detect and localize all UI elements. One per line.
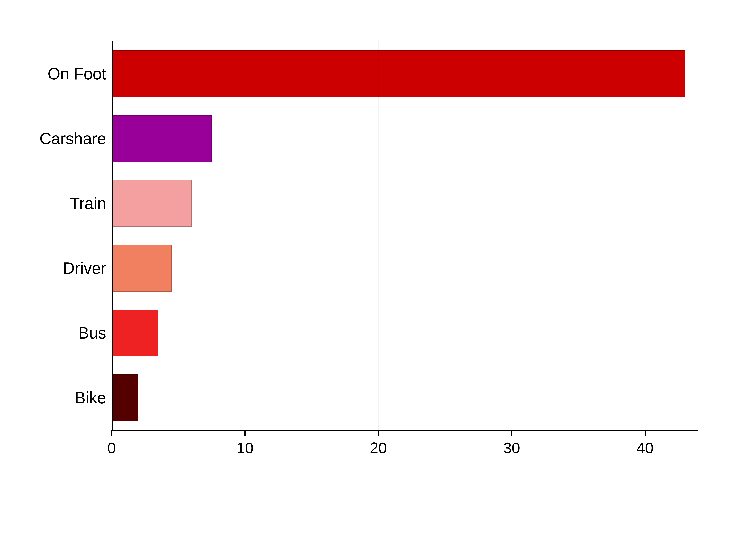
x-tick-label: 30 — [503, 439, 520, 457]
bar-label: On Foot — [38, 65, 106, 83]
grid-line — [512, 42, 512, 430]
grid-line — [245, 42, 245, 430]
bar — [112, 310, 158, 356]
bars-section: On FootCarshareTrainDriverBusBike — [112, 42, 698, 430]
bar-row: Driver — [112, 236, 698, 301]
y-axis-line — [112, 42, 113, 430]
bar-label: Train — [38, 194, 106, 213]
x-tick-label: 20 — [370, 439, 387, 457]
bar-row: Carshare — [112, 106, 698, 171]
bar-row: Bike — [112, 365, 698, 430]
bar — [112, 374, 138, 421]
bar-row: Bus — [112, 301, 698, 365]
x-tick-label: 0 — [107, 439, 116, 457]
bar-label: Bus — [38, 324, 106, 342]
grid-line — [378, 42, 379, 430]
x-tick — [111, 430, 112, 436]
bar — [112, 180, 192, 227]
x-tick — [378, 430, 379, 436]
bar-row: Train — [112, 171, 698, 236]
bar-row: On Foot — [112, 42, 698, 106]
x-tick-label: 40 — [636, 439, 654, 457]
x-axis-line — [112, 430, 698, 431]
chart-container: On FootCarshareTrainDriverBusBike 010203… — [36, 27, 720, 513]
bar-label: Driver — [38, 259, 106, 278]
axis-section: 010203040 — [112, 430, 698, 459]
x-tick — [511, 430, 512, 436]
bar — [112, 245, 172, 291]
bar-label: Carshare — [38, 129, 106, 148]
x-tick — [244, 430, 246, 436]
bar — [112, 51, 685, 97]
x-tick — [645, 430, 646, 436]
bar-label: Bike — [38, 389, 106, 407]
x-tick-label: 10 — [236, 439, 254, 457]
chart-inner: On FootCarshareTrainDriverBusBike 010203… — [112, 42, 698, 459]
grid-line — [645, 42, 646, 430]
bar — [112, 115, 212, 162]
